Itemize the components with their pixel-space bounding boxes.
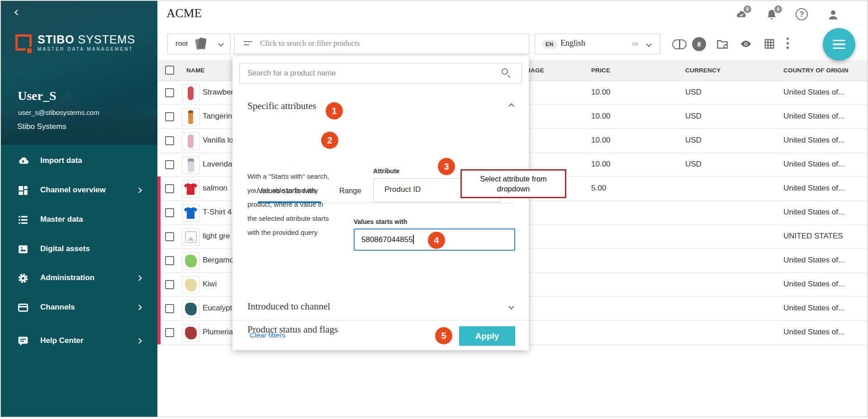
select-all-checkbox[interactable] (165, 66, 174, 75)
cell-currency: USD (685, 88, 702, 97)
sidebar-item-help-center[interactable]: Help Center (1, 331, 157, 351)
cell-name: salmon (203, 184, 228, 193)
column-header-country[interactable]: COUNTRY OF ORIGIN (783, 67, 849, 74)
table-grid-icon[interactable] (763, 38, 777, 51)
cell-country: UNITED STATES (783, 232, 843, 241)
sidebar-item-label: Import data (40, 156, 82, 165)
footer-divider (232, 320, 529, 320)
stibo-logo-square-icon (15, 34, 32, 51)
sidebar-item-label: Digital assets (40, 244, 90, 253)
search-placeholder: Click to search or filter products (260, 39, 360, 48)
sidebar: STIBO SYSTEMS MASTER DATA MANAGEMENT Use… (1, 1, 157, 417)
apply-button[interactable]: Apply (459, 326, 515, 346)
row-checkbox[interactable] (165, 112, 174, 121)
chevron-right-icon (136, 338, 142, 344)
sidebar-item-digital-assets[interactable]: Digital assets (1, 239, 157, 259)
language-selector[interactable]: EN English en (535, 33, 660, 54)
clear-filters-link[interactable]: Clear filters (250, 331, 285, 339)
sidebar-item-administration[interactable]: Administration (1, 268, 157, 288)
product-search-bar[interactable]: Click to search or filter products (234, 33, 529, 54)
compare-toggle-icon[interactable] (672, 38, 688, 51)
thumbnail-image (188, 158, 194, 172)
compare-count-badge[interactable]: 8 (692, 37, 706, 51)
cell-name: Lavenda (203, 160, 232, 169)
tasks-count-badge: 0 (744, 5, 751, 13)
values-starts-with-label: Values starts with (354, 218, 407, 225)
product-thumbnail (182, 276, 199, 294)
chevron-right-icon (136, 275, 142, 281)
cell-name: Strawber (203, 88, 233, 97)
menu-fab-button[interactable] (823, 28, 855, 61)
section-introduced-heading[interactable]: Introduced to channel (247, 301, 330, 312)
cell-country: United States of... (783, 208, 844, 217)
step-badge-5: 5 (435, 327, 452, 344)
sidebar-item-label: Master data (40, 215, 83, 224)
sidebar-item-channel-overview[interactable]: Channel overview (1, 181, 157, 200)
row-checkbox[interactable] (165, 280, 174, 289)
sidebar-item-master-data[interactable]: Master data (1, 210, 157, 230)
chevron-right-icon (136, 187, 142, 193)
row-checkbox[interactable] (165, 136, 174, 145)
attribute-label: Attribute (373, 167, 399, 175)
column-header-name[interactable]: NAME (186, 67, 205, 74)
cell-price: 10.00 (591, 136, 611, 145)
cell-name: light gre (203, 232, 230, 241)
attribute-dropdown-value: Product ID (384, 185, 421, 194)
more-kebab-icon[interactable] (787, 38, 789, 51)
step-badge-4: 4 (428, 232, 445, 249)
column-header-price[interactable]: PRICE (591, 67, 610, 74)
sidebar-item-import-data[interactable]: Import data (1, 151, 157, 171)
text-cursor (413, 235, 414, 244)
preview-eye-icon[interactable] (740, 38, 753, 51)
stibo-logo: STIBO SYSTEMS MASTER DATA MANAGEMENT (15, 33, 135, 52)
sidebar-item-channels[interactable]: Channels (1, 298, 157, 318)
cell-country: United States of... (783, 280, 844, 289)
sidebar-item-label: Administration (40, 273, 95, 282)
cell-country: United States of... (783, 112, 844, 121)
row-checkbox[interactable] (165, 256, 174, 265)
account-icon[interactable] (826, 8, 840, 22)
row-checkbox[interactable] (165, 304, 174, 313)
product-name-placeholder: Search for a product name (247, 69, 336, 77)
product-thumbnail (182, 204, 199, 222)
step-badge-2: 2 (321, 132, 338, 149)
step-badge-3: 3 (438, 158, 455, 175)
thumbnail-image (185, 327, 197, 339)
section-specific-attributes[interactable]: Specific attributes (247, 100, 316, 112)
sidebar-item-label: Channel overview (40, 186, 106, 195)
cell-currency: USD (685, 112, 702, 121)
product-thumbnail (182, 180, 199, 198)
step-badge-1: 1 (326, 102, 343, 119)
language-suffix: en (632, 40, 638, 48)
row-checkbox[interactable] (165, 184, 174, 193)
cell-currency: USD (685, 160, 702, 169)
cell-price: 10.00 (591, 160, 611, 169)
cell-country: United States of... (783, 256, 844, 265)
product-name-search-input[interactable]: Search for a product name (239, 63, 522, 84)
row-checkbox[interactable] (165, 232, 174, 241)
context-selector[interactable]: root (167, 33, 231, 54)
row-checkbox[interactable] (165, 88, 174, 97)
cell-name: Plumeria (203, 328, 233, 337)
help-icon[interactable]: ? (796, 8, 809, 22)
table-toolbar-icons: 8 (672, 37, 789, 51)
notifications-count-badge: 0 (774, 5, 782, 13)
row-checkbox[interactable] (165, 160, 174, 169)
notifications-bell-icon[interactable]: 0 (765, 8, 778, 22)
cell-country: United States of... (783, 160, 844, 169)
cell-name: Tangerin (203, 112, 232, 121)
tasks-cloud-icon[interactable]: 0 (734, 8, 748, 22)
values-input-value: 580867044855 (361, 235, 413, 244)
product-thumbnail (182, 300, 199, 318)
row-checkbox[interactable] (165, 328, 174, 337)
language-code-badge: EN (542, 40, 557, 49)
context-swatch-icon (196, 38, 207, 50)
collapse-chevron-up-icon[interactable] (508, 103, 514, 109)
expand-chevron-down-icon[interactable] (508, 304, 514, 309)
cell-country: United States of... (783, 184, 844, 193)
folder-sync-icon[interactable] (716, 38, 730, 51)
collapse-sidebar-button[interactable] (15, 8, 26, 19)
logo-tagline: MASTER DATA MANAGEMENT (38, 47, 135, 52)
column-header-currency[interactable]: CURRENCY (685, 67, 721, 74)
row-checkbox[interactable] (165, 208, 174, 217)
